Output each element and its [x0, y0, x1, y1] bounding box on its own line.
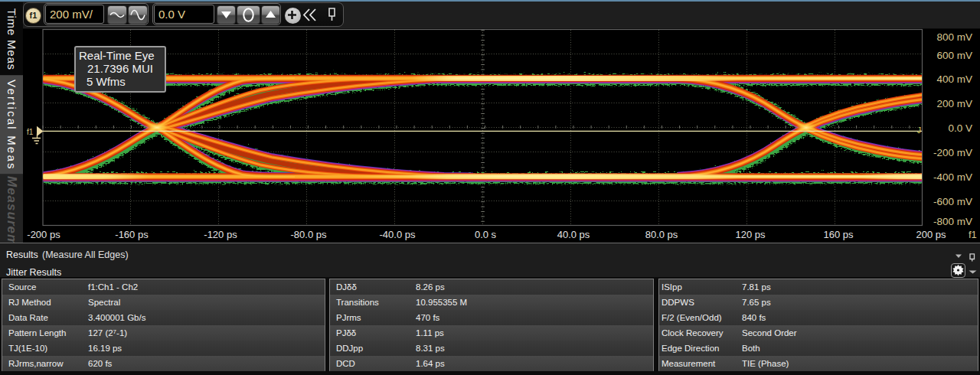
svg-text:f1: f1 [27, 128, 34, 136]
